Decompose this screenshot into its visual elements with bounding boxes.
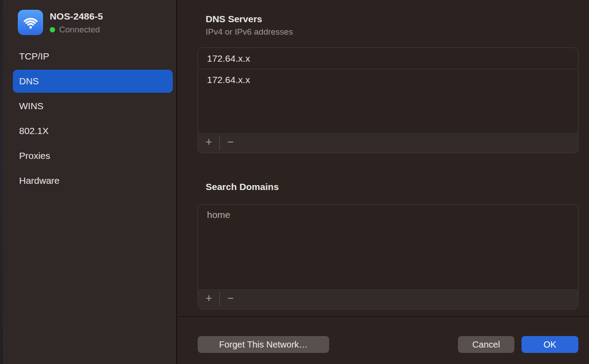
sidebar-item-hardware[interactable]: Hardware — [13, 169, 173, 192]
connected-status-label: Connected — [59, 25, 100, 35]
footer-divider — [178, 316, 589, 317]
sidebar-item-8021x[interactable]: 802.1X — [13, 119, 173, 142]
dns-servers-toolbar: + − — [198, 132, 578, 153]
dns-add-button[interactable]: + — [198, 133, 219, 153]
dns-settings-panel: DNS Servers IPv4 or IPv6 addresses 172.6… — [178, 0, 589, 364]
cancel-button[interactable]: Cancel — [458, 336, 514, 353]
sidebar-item-dns[interactable]: DNS — [13, 70, 173, 93]
background-window-edge — [0, 0, 3, 364]
dns-server-entry[interactable]: 172.64.x.x — [198, 48, 578, 69]
search-domains-list: home + − — [198, 204, 578, 309]
sidebar-item-tcpip[interactable]: TCP/IP — [13, 45, 173, 68]
network-status: Connected — [50, 25, 103, 35]
search-domains-toolbar: + − — [198, 289, 578, 309]
network-info: NOS-2486-5 Connected — [50, 10, 103, 35]
connected-status-dot-icon — [50, 27, 55, 32]
search-domain-remove-button[interactable]: − — [220, 289, 241, 309]
search-domains-title: Search Domains — [206, 182, 279, 192]
sidebar: NOS-2486-5 Connected TCP/IP DNS WINS 802… — [3, 0, 177, 364]
plus-icon: + — [206, 135, 212, 148]
minus-icon: − — [227, 292, 234, 304]
dns-servers-list: 172.64.x.x 172.64.x.x + − — [198, 47, 578, 153]
wifi-network-details-dialog: NOS-2486-5 Connected TCP/IP DNS WINS 802… — [0, 0, 589, 364]
dns-remove-button[interactable]: − — [220, 133, 241, 153]
plus-icon: + — [206, 292, 212, 304]
dialog-button-row: Forget This Network… Cancel OK — [178, 336, 589, 353]
forget-this-network-button[interactable]: Forget This Network… — [198, 336, 329, 353]
network-header: NOS-2486-5 Connected — [18, 10, 103, 35]
sidebar-nav: TCP/IP DNS WINS 802.1X Proxies Hardware — [13, 45, 173, 194]
dns-server-entry[interactable]: 172.64.x.x — [198, 69, 578, 91]
minus-icon: − — [227, 135, 234, 148]
dns-servers-subtitle: IPv4 or IPv6 addresses — [206, 27, 293, 37]
sidebar-item-wins[interactable]: WINS — [13, 95, 173, 118]
ok-button[interactable]: OK — [521, 336, 578, 353]
search-domain-entry[interactable]: home — [198, 205, 578, 225]
wifi-icon — [18, 10, 43, 35]
sidebar-item-proxies[interactable]: Proxies — [13, 144, 173, 167]
network-name: NOS-2486-5 — [50, 11, 103, 22]
search-domain-add-button[interactable]: + — [198, 289, 219, 309]
dns-servers-title: DNS Servers — [206, 14, 262, 24]
